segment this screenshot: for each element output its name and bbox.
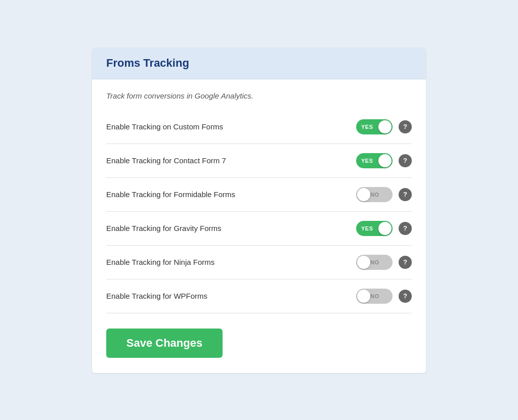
- settings-row-gravity-forms: Enable Tracking for Gravity FormsYES?: [106, 212, 412, 246]
- toggle-area-ninja-forms: NO?: [356, 255, 412, 270]
- row-label-ninja-forms: Enable Tracking for Ninja Forms: [106, 258, 356, 266]
- toggle-label-custom-forms: YES: [361, 124, 373, 130]
- page-title: Froms Tracking: [106, 57, 412, 70]
- toggle-area-gravity-forms: YES?: [356, 221, 412, 236]
- row-label-custom-forms: Enable Tracking on Custom Forms: [106, 122, 356, 131]
- help-icon-formidable-forms[interactable]: ?: [399, 188, 412, 201]
- row-label-gravity-forms: Enable Tracking for Gravity Forms: [106, 224, 356, 232]
- toggle-custom-forms[interactable]: YES: [356, 119, 393, 134]
- toggle-thumb-custom-forms: [378, 120, 392, 133]
- save-changes-button[interactable]: Save Changes: [106, 329, 223, 358]
- subtitle-text: Track form conversions in Google Analyti…: [106, 91, 412, 100]
- toggle-thumb-formidable-forms: [357, 188, 370, 201]
- toggle-area-formidable-forms: NO?: [356, 187, 412, 202]
- card-header: Froms Tracking: [92, 48, 426, 79]
- toggle-gravity-forms[interactable]: YES: [356, 221, 393, 236]
- toggle-contact-form-7[interactable]: YES: [356, 153, 393, 168]
- settings-rows-container: Enable Tracking on Custom FormsYES?Enabl…: [106, 110, 412, 313]
- settings-row-ninja-forms: Enable Tracking for Ninja FormsNO?: [106, 246, 412, 279]
- row-label-wpforms: Enable Tracking for WPForms: [106, 292, 356, 300]
- help-icon-wpforms[interactable]: ?: [399, 290, 412, 303]
- toggle-thumb-contact-form-7: [378, 154, 392, 167]
- toggle-label-contact-form-7: YES: [361, 158, 373, 164]
- settings-card: Froms Tracking Track form conversions in…: [92, 48, 426, 373]
- help-icon-ninja-forms[interactable]: ?: [399, 256, 412, 269]
- toggle-area-contact-form-7: YES?: [356, 153, 412, 168]
- help-icon-contact-form-7[interactable]: ?: [399, 154, 412, 167]
- row-label-contact-form-7: Enable Tracking for Contact Form 7: [106, 156, 356, 165]
- toggle-label-wpforms: NO: [370, 293, 379, 299]
- settings-row-formidable-forms: Enable Tracking for Formidable FormsNO?: [106, 178, 412, 212]
- toggle-ninja-forms[interactable]: NO: [356, 255, 393, 270]
- help-icon-gravity-forms[interactable]: ?: [399, 222, 412, 235]
- toggle-area-custom-forms: YES?: [356, 119, 412, 134]
- settings-row-contact-form-7: Enable Tracking for Contact Form 7YES?: [106, 144, 412, 178]
- row-label-formidable-forms: Enable Tracking for Formidable Forms: [106, 190, 356, 199]
- toggle-label-gravity-forms: YES: [361, 225, 373, 231]
- toggle-thumb-wpforms: [357, 290, 370, 303]
- settings-row-wpforms: Enable Tracking for WPFormsNO?: [106, 279, 412, 313]
- toggle-thumb-ninja-forms: [357, 256, 370, 269]
- toggle-area-wpforms: NO?: [356, 289, 412, 304]
- toggle-wpforms[interactable]: NO: [356, 289, 393, 304]
- toggle-thumb-gravity-forms: [378, 222, 392, 235]
- settings-row-custom-forms: Enable Tracking on Custom FormsYES?: [106, 110, 412, 144]
- card-body: Track form conversions in Google Analyti…: [92, 79, 426, 373]
- toggle-label-formidable-forms: NO: [370, 192, 379, 198]
- help-icon-custom-forms[interactable]: ?: [399, 120, 412, 133]
- toggle-label-ninja-forms: NO: [370, 259, 379, 265]
- toggle-formidable-forms[interactable]: NO: [356, 187, 393, 202]
